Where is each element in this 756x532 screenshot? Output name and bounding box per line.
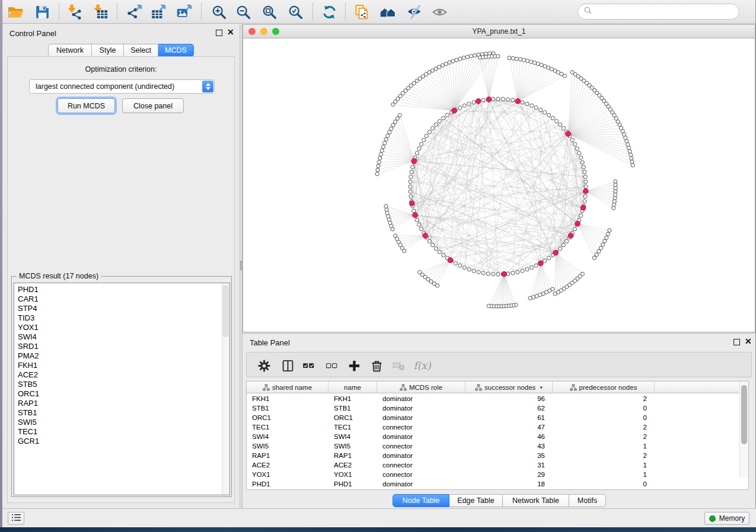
network-graph[interactable] — [243, 39, 755, 332]
cell-successor-nodes[interactable]: 96 — [465, 394, 553, 403]
cell-successor-nodes[interactable]: 29 — [465, 470, 553, 479]
deselect-all-button[interactable] — [323, 357, 340, 374]
cell-successor-nodes[interactable]: 31 — [465, 460, 553, 470]
refresh-button[interactable] — [319, 2, 339, 22]
cell-predecessor-nodes[interactable]: 1 — [553, 460, 655, 470]
column-menu-caret-icon[interactable]: ▾ — [540, 384, 543, 390]
tab-edge-table[interactable]: Edge Table — [449, 494, 503, 507]
search-box[interactable] — [578, 4, 739, 20]
duplicate-network-button[interactable] — [352, 2, 372, 22]
tab-select[interactable]: Select — [124, 44, 158, 57]
list-scrollbar[interactable] — [222, 283, 229, 495]
mcds-result-item[interactable]: SWI5 — [14, 418, 221, 427]
cell-shared-name[interactable]: PHD1 — [247, 479, 328, 489]
mcds-result-list[interactable]: PHD1CAR1STP4TID3YOX1SWI4SRD1PMA2FKH1ACE2… — [14, 283, 230, 495]
cell-successor-nodes[interactable]: 18 — [465, 479, 553, 489]
cell-successor-nodes[interactable]: 47 — [465, 422, 553, 432]
delete-button[interactable] — [368, 357, 385, 374]
network-canvas[interactable] — [243, 39, 755, 332]
select-all-button[interactable] — [299, 357, 317, 374]
mcds-result-item[interactable]: FKH1 — [14, 361, 221, 370]
tab-mcds[interactable]: MCDS — [158, 44, 194, 57]
table-row[interactable]: SWI4SWI4dominator462 — [247, 432, 739, 441]
cell-successor-nodes[interactable]: 35 — [465, 451, 553, 460]
tab-node-table[interactable]: Node Table — [393, 494, 449, 507]
cell-mcds-role[interactable]: dominator — [377, 394, 465, 403]
cell-predecessor-nodes[interactable]: 1 — [553, 441, 655, 451]
import-table-button[interactable] — [91, 2, 111, 22]
cell-predecessor-nodes[interactable]: 2 — [553, 432, 655, 441]
column-header-name[interactable]: name — [328, 382, 377, 393]
mcds-result-item[interactable]: STB5 — [14, 380, 221, 389]
mcds-result-item[interactable]: RAP1 — [14, 399, 221, 408]
cell-predecessor-nodes[interactable]: 2 — [553, 422, 655, 432]
cell-mcds-role[interactable]: connector — [377, 470, 465, 479]
save-button[interactable] — [32, 2, 52, 22]
cell-mcds-role[interactable]: connector — [377, 422, 465, 432]
table-row[interactable]: ORC1ORC1dominator610 — [247, 413, 739, 422]
cell-shared-name[interactable]: RAP1 — [247, 451, 328, 460]
zoom-selected-button[interactable] — [285, 2, 305, 22]
tab-network-table[interactable]: Network Table — [503, 494, 569, 507]
home-button[interactable] — [378, 2, 398, 22]
mcds-result-item[interactable]: TID3 — [14, 313, 221, 323]
cell-mcds-role[interactable]: dominator — [377, 413, 465, 422]
open-folder-button[interactable] — [5, 2, 25, 22]
cell-shared-name[interactable]: ORC1 — [247, 413, 328, 422]
table-row[interactable]: STB1STB1dominator620 — [247, 403, 739, 413]
import-network-button[interactable] — [65, 2, 85, 22]
task-history-button[interactable] — [8, 512, 24, 525]
show-columns-button[interactable] — [279, 357, 296, 374]
search-input[interactable] — [592, 6, 739, 18]
cell-successor-nodes[interactable]: 46 — [465, 432, 553, 441]
table-scrollbar-thumb[interactable] — [741, 385, 747, 444]
cell-mcds-role[interactable]: connector — [377, 460, 465, 470]
mcds-result-item[interactable]: YOX1 — [14, 323, 221, 332]
export-image-button[interactable] — [174, 2, 194, 22]
cell-mcds-role[interactable]: connector — [377, 441, 465, 451]
cell-predecessor-nodes[interactable]: 2 — [553, 394, 655, 403]
mcds-result-item[interactable]: PMA2 — [14, 351, 221, 361]
tab-style[interactable]: Style — [92, 44, 124, 57]
cell-mcds-role[interactable]: dominator — [377, 479, 465, 489]
tab-motifs[interactable]: Motifs — [569, 494, 606, 507]
mcds-result-item[interactable]: PHD1 — [14, 285, 221, 294]
table-scrollbar[interactable] — [739, 382, 748, 477]
cell-predecessor-nodes[interactable]: 0 — [553, 413, 655, 422]
cell-shared-name[interactable]: ACE2 — [247, 460, 328, 470]
cell-predecessor-nodes[interactable]: 2 — [553, 451, 655, 460]
table-row[interactable]: TEC1TEC1connector472 — [247, 422, 739, 432]
float-table-panel-icon[interactable] — [733, 339, 740, 345]
cell-shared-name[interactable]: YOX1 — [247, 470, 328, 479]
hide-eye-button[interactable] — [404, 2, 424, 22]
table-row[interactable]: YOX1YOX1connector291 — [247, 470, 739, 479]
close-panel-button[interactable]: Close panel — [122, 98, 184, 113]
zoom-out-button[interactable] — [233, 2, 253, 22]
column-header-mcds-role[interactable]: MCDS role — [377, 382, 465, 393]
cell-name[interactable]: SWI5 — [328, 441, 377, 451]
mcds-result-item[interactable]: TEC1 — [14, 427, 221, 437]
table-row[interactable]: FKH1FKH1dominator962 — [247, 394, 739, 403]
add-button[interactable] — [345, 357, 363, 374]
gear-button[interactable] — [255, 357, 273, 374]
memory-button[interactable]: Memory — [704, 512, 749, 525]
mcds-result-item[interactable]: SRD1 — [14, 342, 221, 351]
float-panel-icon[interactable] — [216, 30, 222, 36]
cell-name[interactable]: STB1 — [328, 403, 377, 413]
tab-network[interactable]: Network — [48, 44, 92, 57]
cell-name[interactable]: PHD1 — [328, 479, 377, 489]
mcds-result-item[interactable]: SWI4 — [14, 332, 221, 342]
mcds-result-item[interactable]: STB1 — [14, 408, 221, 418]
cell-shared-name[interactable]: FKH1 — [247, 394, 328, 403]
cell-name[interactable]: YOX1 — [328, 470, 377, 479]
export-table-button[interactable] — [148, 2, 168, 22]
column-header-predecessor-nodes[interactable]: predecessor nodes — [553, 382, 655, 393]
criterion-select[interactable]: largest connected component (undirected) — [29, 79, 215, 94]
cell-predecessor-nodes[interactable]: 1 — [553, 470, 655, 479]
show-eye-button[interactable] — [429, 2, 449, 22]
cell-mcds-role[interactable]: dominator — [377, 403, 465, 413]
cell-predecessor-nodes[interactable]: 0 — [553, 479, 655, 489]
column-header-successor-nodes[interactable]: successor nodes▾ — [465, 382, 553, 393]
cell-name[interactable]: ORC1 — [328, 413, 377, 422]
table-row[interactable]: PHD1PHD1dominator180 — [247, 479, 739, 489]
